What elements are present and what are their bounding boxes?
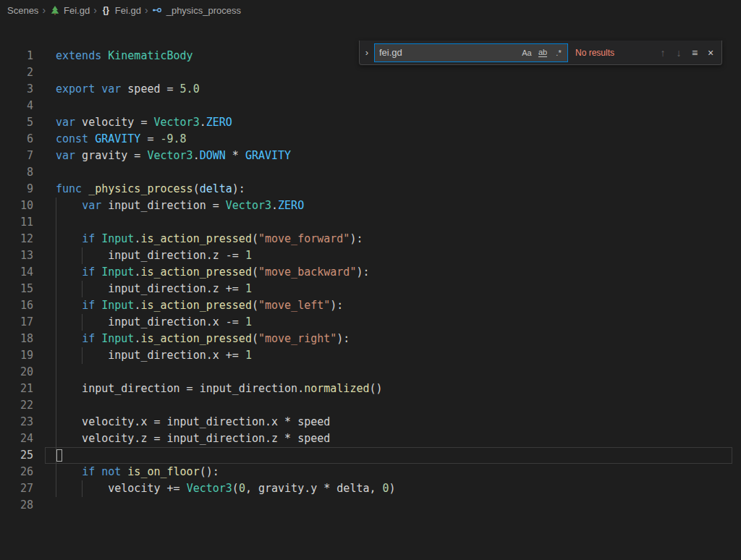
indent-guide — [56, 247, 56, 264]
match-case-button[interactable]: Aa — [520, 46, 534, 60]
line-number[interactable]: 16 — [0, 297, 33, 314]
code-line[interactable]: 20 — [0, 364, 741, 381]
line-number[interactable]: 17 — [0, 314, 33, 331]
code-line[interactable]: 11 — [0, 214, 741, 231]
code-line[interactable]: 26 if not is_on_floor(): — [0, 464, 741, 480]
code-line[interactable]: 13 input_direction.z -= 1 — [0, 247, 741, 264]
line-number[interactable]: 25 — [0, 447, 33, 464]
code-text: if Input.is_action_pressed("move_left"): — [56, 297, 741, 314]
code-text: input_direction = input_direction.normal… — [56, 381, 741, 397]
line-number[interactable]: 4 — [0, 98, 33, 114]
indent-guide — [82, 314, 82, 331]
indent-guide — [56, 464, 56, 480]
match-case-icon: Aa — [522, 48, 531, 57]
code-line[interactable]: 23 velocity.x = input_direction.x * spee… — [0, 414, 741, 430]
breadcrumb-item-class[interactable]: {} Fei.gd — [101, 5, 141, 16]
whole-word-button[interactable]: ab — [535, 46, 550, 60]
gdscript-file-icon — [49, 5, 60, 16]
line-number[interactable]: 9 — [0, 181, 33, 198]
code-text — [56, 214, 741, 231]
next-match-button[interactable]: ↓ — [671, 45, 687, 61]
code-line[interactable]: 22 — [0, 397, 741, 414]
code-text — [56, 364, 741, 381]
code-line[interactable]: 10 var input_direction = Vector3.ZERO — [0, 198, 741, 214]
line-number[interactable]: 13 — [0, 247, 33, 264]
find-input[interactable] — [379, 47, 520, 58]
line-number[interactable]: 10 — [0, 198, 33, 214]
line-number[interactable]: 27 — [0, 480, 33, 497]
line-number[interactable]: 28 — [0, 497, 33, 514]
code-line[interactable]: 4 — [0, 98, 741, 114]
line-number[interactable]: 26 — [0, 464, 33, 480]
code-line[interactable]: 12 if Input.is_action_pressed("move_forw… — [0, 231, 741, 247]
code-text — [56, 98, 741, 114]
code-text: input_direction.x += 1 — [56, 347, 741, 364]
indent-guide — [56, 314, 56, 331]
line-number[interactable]: 14 — [0, 264, 33, 281]
breadcrumb-item-file[interactable]: Fei.gd — [49, 5, 90, 16]
breadcrumb-item-symbol[interactable]: _physics_process — [152, 5, 241, 16]
line-number[interactable]: 6 — [0, 131, 33, 148]
code-line[interactable]: 28 — [0, 497, 741, 514]
breadcrumb: Scenes › Fei.gd › {} Fei.gd › _physics_p… — [0, 0, 741, 20]
line-number[interactable]: 21 — [0, 381, 33, 397]
code-line[interactable]: 9func _physics_process(delta): — [0, 181, 741, 198]
indent-guide — [56, 331, 56, 347]
line-number[interactable]: 24 — [0, 430, 33, 447]
code-line[interactable]: 7var gravity = Vector3.DOWN * GRAVITY — [0, 148, 741, 164]
code-line[interactable]: 18 if Input.is_action_pressed("move_righ… — [0, 331, 741, 347]
line-number[interactable]: 19 — [0, 347, 33, 364]
line-number[interactable]: 8 — [0, 164, 33, 181]
indent-guide — [56, 281, 56, 297]
code-line[interactable]: 14 if Input.is_action_pressed("move_back… — [0, 264, 741, 281]
line-number[interactable]: 3 — [0, 81, 33, 98]
code-line[interactable]: 25 — [0, 447, 741, 464]
indent-guide — [56, 430, 56, 447]
code-line[interactable]: 16 if Input.is_action_pressed("move_left… — [0, 297, 741, 314]
code-text: if Input.is_action_pressed("move_forward… — [56, 231, 741, 247]
indent-guide — [82, 480, 82, 497]
find-widget: › Aa ab .* No results ↑ ↓ ≡ × — [359, 41, 722, 65]
line-number[interactable]: 7 — [0, 148, 33, 164]
indent-guide — [56, 480, 56, 497]
code-line[interactable]: 3export var speed = 5.0 — [0, 81, 741, 98]
code-line[interactable]: 15 input_direction.z += 1 — [0, 281, 741, 297]
line-number[interactable]: 15 — [0, 281, 33, 297]
whole-word-icon: ab — [538, 48, 547, 57]
line-number[interactable]: 20 — [0, 364, 33, 381]
code-line[interactable]: 17 input_direction.x -= 1 — [0, 314, 741, 331]
code-line[interactable]: 5var velocity = Vector3.ZERO — [0, 114, 741, 131]
find-nav-group: ↑ ↓ ≡ × — [655, 45, 719, 61]
line-number[interactable]: 23 — [0, 414, 33, 430]
line-number[interactable]: 22 — [0, 397, 33, 414]
line-number[interactable]: 5 — [0, 114, 33, 131]
find-in-selection-button[interactable]: ≡ — [687, 45, 703, 61]
line-number[interactable]: 1 — [0, 48, 33, 64]
indent-guide — [56, 231, 56, 247]
code-line[interactable]: 8 — [0, 164, 741, 181]
code-line[interactable]: 2 — [0, 64, 741, 81]
code-text — [56, 397, 741, 414]
code-line[interactable]: 21 input_direction = input_direction.nor… — [0, 381, 741, 397]
close-find-button[interactable]: × — [703, 45, 719, 61]
code-line[interactable]: 24 velocity.z = input_direction.z * spee… — [0, 430, 741, 447]
breadcrumb-item-scenes[interactable]: Scenes — [7, 5, 38, 16]
line-number[interactable]: 18 — [0, 331, 33, 347]
line-number[interactable]: 12 — [0, 231, 33, 247]
code-line[interactable]: 19 input_direction.x += 1 — [0, 347, 741, 364]
code-text: if Input.is_action_pressed("move_backwar… — [56, 264, 741, 281]
line-number[interactable]: 2 — [0, 64, 33, 81]
indent-guide — [82, 247, 82, 264]
code-line[interactable]: 27 velocity += Vector3(0, gravity.y * de… — [0, 480, 741, 497]
chevron-right-icon: › — [145, 4, 148, 16]
code-line[interactable]: 6const GRAVITY = -9.8 — [0, 131, 741, 148]
regex-button[interactable]: .* — [551, 46, 566, 60]
previous-match-button[interactable]: ↑ — [655, 45, 671, 61]
code-text: const GRAVITY = -9.8 — [56, 131, 741, 148]
indent-guide — [56, 414, 56, 430]
line-number[interactable]: 11 — [0, 214, 33, 231]
toggle-replace-button[interactable]: › — [361, 47, 373, 58]
code-text: var input_direction = Vector3.ZERO — [56, 198, 741, 214]
indent-guide — [56, 214, 56, 231]
code-text — [56, 497, 741, 514]
